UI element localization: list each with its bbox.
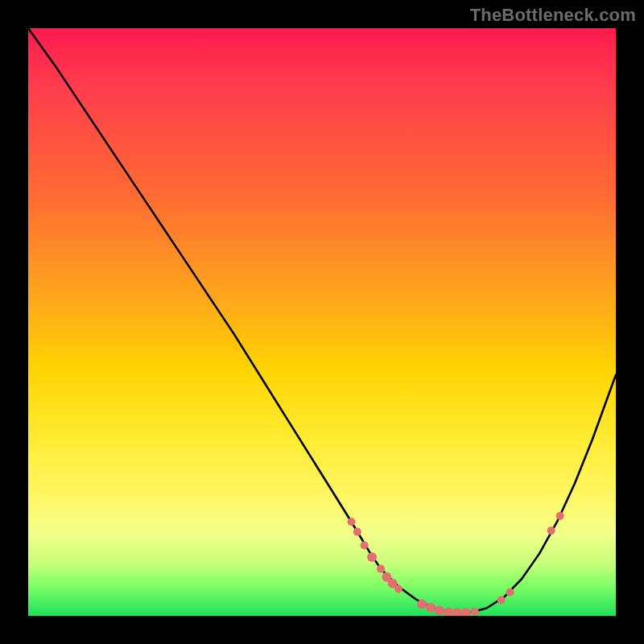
data-marker — [394, 584, 402, 592]
data-marker — [417, 599, 427, 609]
data-marker — [367, 552, 377, 562]
bottleneck-curve-line — [28, 28, 616, 613]
data-marker — [377, 565, 385, 573]
chart-frame: TheBottleneck.com — [0, 0, 644, 644]
data-marker — [452, 608, 462, 616]
data-marker — [506, 588, 514, 597]
data-marker — [556, 512, 564, 520]
data-marker — [353, 528, 361, 536]
data-marker — [497, 596, 506, 604]
data-marker — [348, 518, 356, 526]
bottleneck-chart — [28, 28, 616, 616]
data-marker — [361, 541, 369, 549]
data-marker — [426, 603, 436, 613]
data-marker — [461, 608, 471, 616]
data-marker — [444, 608, 453, 616]
watermark-text: TheBottleneck.com — [470, 5, 636, 26]
data-marker — [471, 608, 479, 616]
data-marker — [547, 526, 555, 535]
data-marker — [435, 605, 444, 615]
